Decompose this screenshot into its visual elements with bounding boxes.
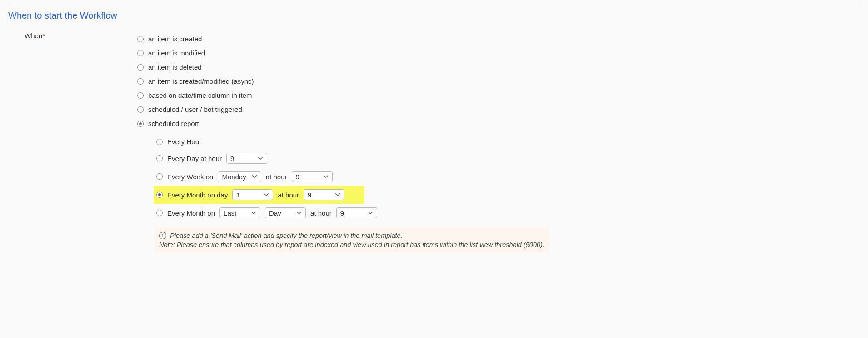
schedule-every-day[interactable]: Every Day at hour 9 [154,149,860,167]
notice-box: ! Please add a 'Send Mail' action and sp… [154,227,550,253]
schedule-every-week[interactable]: Every Week on Monday at hour 9 [154,167,860,186]
option-label: an item is created [148,35,202,43]
option-label: based on date/time column in item [148,91,252,99]
schedule-label: Every Month on [167,209,215,217]
notice-line-1: ! Please add a 'Send Mail' action and sp… [159,232,544,239]
option-label: scheduled report [148,120,199,127]
schedule-every-hour[interactable]: Every Hour [154,134,860,149]
when-options: an item is created an item is modified a… [137,32,860,253]
option-date-time-column[interactable]: based on date/time column in item [137,88,860,102]
chevron-down-icon [258,156,263,160]
select-value: 1 [236,191,240,199]
option-item-created-modified-async[interactable]: an item is created/modified (async) [137,74,860,88]
schedule-every-month-day[interactable]: Every Month on day 1 at hour 9 [154,186,364,204]
select-value: 9 [296,173,299,181]
required-marker: * [42,32,45,40]
schedule-label: Every Day at hour [167,155,222,162]
schedule-label-mid: at hour [266,173,287,181]
radio-icon [156,192,163,198]
notice-text-2: Note: Please ensure that columns used by… [159,241,544,248]
radio-icon [137,92,144,99]
chevron-down-icon [252,175,257,178]
select-month-day[interactable]: 1 [232,189,273,200]
option-item-modified[interactable]: an item is modified [137,46,860,60]
radio-icon [156,139,163,145]
chevron-down-icon [264,193,269,197]
select-week-day[interactable]: Monday [218,171,261,182]
radio-icon [137,64,144,71]
select-day-hour[interactable]: 9 [226,153,267,164]
select-value: 9 [308,191,311,199]
schedule-label: Every Month on day [167,191,228,199]
schedule-label-mid: at hour [278,191,299,199]
schedule-label-mid: at hour [310,209,332,217]
when-label: When* [8,32,126,40]
radio-icon [137,78,144,85]
warning-icon: ! [159,232,166,239]
notice-text-1: Please add a 'Send Mail' action and spec… [170,232,403,239]
top-divider [8,5,860,5]
select-month-on-day[interactable]: Day [265,207,306,218]
schedule-sub-options: Every Hour Every Day at hour 9 Every Wee… [154,134,860,253]
radio-icon [137,106,144,113]
select-value: Last [224,209,236,217]
option-item-deleted[interactable]: an item is deleted [137,60,860,74]
schedule-label: Every Hour [167,138,201,146]
select-value: 9 [230,155,234,162]
option-item-created[interactable]: an item is created [137,32,860,46]
select-month-on-hour[interactable]: 9 [336,207,377,218]
option-scheduled-user-bot[interactable]: scheduled / user / bot triggered [137,102,860,116]
radio-icon [156,155,163,161]
option-label: an item is deleted [148,63,202,71]
select-month-on-pos[interactable]: Last [219,207,260,218]
schedule-label: Every Week on [167,173,213,181]
when-row: When* an item is created an item is modi… [8,32,860,253]
radio-icon [156,210,163,216]
select-month-day-hour[interactable]: 9 [304,189,344,200]
section-title: When to start the Workflow [8,10,860,21]
select-value: Monday [222,173,246,181]
option-label: an item is modified [148,49,205,57]
schedule-every-month-on[interactable]: Every Month on Last Day at hour 9 [154,204,860,222]
select-value: 9 [340,209,344,217]
when-label-text: When [25,32,42,40]
chevron-down-icon [251,211,256,215]
radio-icon [137,50,144,56]
option-label: scheduled / user / bot triggered [148,106,242,113]
option-label: an item is created/modified (async) [148,77,254,85]
chevron-down-icon [323,175,329,178]
chevron-down-icon [368,211,373,215]
chevron-down-icon [296,211,302,215]
chevron-down-icon [335,193,340,197]
radio-icon [137,121,144,127]
radio-icon [137,36,144,42]
option-scheduled-report[interactable]: scheduled report [137,116,860,131]
select-value: Day [269,209,281,217]
radio-icon [156,173,163,180]
select-week-hour[interactable]: 9 [292,171,333,182]
